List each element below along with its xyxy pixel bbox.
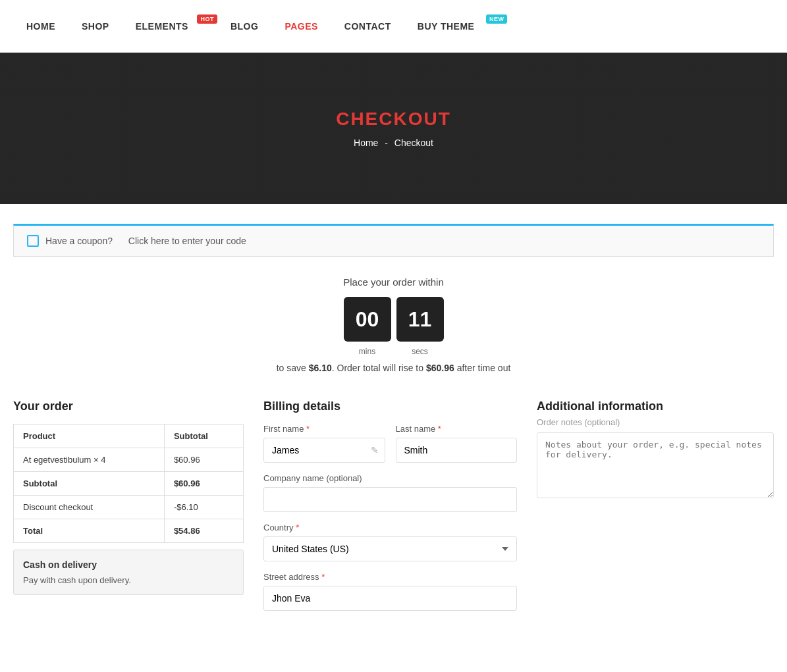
breadcrumb: Home - Checkout — [354, 138, 433, 148]
col-subtotal: Subtotal — [164, 425, 243, 448]
order-row-subtotal: $60.96 — [164, 448, 243, 472]
col-product: Product — [14, 425, 165, 448]
country-select[interactable]: United States (US) — [263, 536, 517, 561]
street-label: Street address * — [263, 572, 517, 582]
street-required: * — [321, 572, 325, 582]
first-name-wrapper: ✎ — [263, 438, 385, 463]
nav-home[interactable]: HOME — [26, 21, 55, 32]
first-name-input[interactable] — [263, 438, 385, 463]
nav-blog[interactable]: BLOG — [231, 21, 258, 32]
timer-section: Place your order within 00 11 mins secs … — [0, 257, 787, 380]
your-order-section: Your order Product Subtotal At egetvesti… — [13, 400, 244, 595]
order-notes-textarea[interactable] — [537, 432, 774, 498]
company-group: Company name (optional) — [263, 473, 517, 512]
payment-title: Cash on delivery — [23, 559, 234, 570]
buytheme-badge: New — [486, 14, 508, 24]
last-name-group: Last name * — [396, 424, 518, 463]
first-name-icon: ✎ — [371, 445, 379, 455]
order-row-product: At egetvestibulum × 4 — [14, 448, 165, 472]
main-content: Your order Product Subtotal At egetvesti… — [0, 380, 787, 641]
nav-shop[interactable]: SHOP — [82, 21, 109, 32]
order-row-product: Subtotal — [14, 472, 165, 496]
country-label: Country * — [263, 523, 517, 532]
company-input[interactable] — [263, 487, 517, 512]
order-row-subtotal: $60.96 — [164, 472, 243, 496]
timer-mins-label: mins — [344, 347, 391, 356]
elements-badge: Hot — [197, 14, 217, 24]
payment-box: Cash on delivery Pay with cash upon deli… — [13, 550, 244, 595]
table-row: At egetvestibulum × 4$60.96 — [14, 448, 244, 472]
order-notes-label: Order notes (optional) — [537, 417, 774, 427]
breadcrumb-current: Checkout — [394, 138, 433, 148]
navigation: HOME SHOP ELEMENTS Hot BLOG PAGES CONTAC… — [0, 0, 787, 53]
country-group: Country * United States (US) — [263, 523, 517, 561]
table-row: Subtotal$60.96 — [14, 472, 244, 496]
timer-rise-amount: $60.96 — [426, 363, 454, 373]
coupon-icon — [27, 235, 39, 247]
timer-save-amount: $6.10 — [309, 363, 332, 373]
breadcrumb-home[interactable]: Home — [354, 138, 378, 148]
last-name-input[interactable] — [396, 438, 518, 463]
payment-description: Pay with cash upon delivery. — [23, 575, 234, 585]
order-row-subtotal: -$6.10 — [164, 496, 243, 519]
company-label: Company name (optional) — [263, 473, 517, 483]
timer-units: mins secs — [0, 347, 787, 356]
table-row: Total$54.86 — [14, 519, 244, 543]
billing-section: Billing details First name * ✎ Last name… — [263, 400, 517, 621]
order-table: Product Subtotal At egetvestibulum × 4$6… — [13, 424, 244, 543]
nav-contact[interactable]: CONTACT — [344, 21, 391, 32]
nav-buytheme[interactable]: BUY THEME New — [418, 21, 493, 32]
order-row-subtotal: $54.86 — [164, 519, 243, 543]
timer-save-text: to save $6.10. Order total will rise to … — [0, 363, 787, 373]
breadcrumb-separator: - — [385, 138, 388, 148]
timer-secs: 11 — [396, 297, 444, 342]
table-row: Discount checkout-$6.10 — [14, 496, 244, 519]
last-name-required: * — [438, 424, 441, 434]
coupon-link[interactable]: Click here to enter your code — [128, 236, 246, 246]
order-row-product: Discount checkout — [14, 496, 165, 519]
order-row-product: Total — [14, 519, 165, 543]
coupon-text: Have a coupon? — [45, 236, 113, 246]
hero-title: CHECKOUT — [336, 109, 451, 130]
street-input[interactable] — [263, 586, 517, 611]
timer-secs-label: secs — [396, 347, 444, 356]
country-required: * — [296, 523, 299, 532]
last-name-label: Last name * — [396, 424, 518, 434]
street-group: Street address * — [263, 572, 517, 611]
timer-mins: 00 — [344, 297, 391, 342]
name-row: First name * ✎ Last name * — [263, 424, 517, 463]
additional-info-section: Additional information Order notes (opti… — [537, 400, 774, 500]
nav-pages[interactable]: PAGES — [285, 21, 317, 32]
first-name-group: First name * ✎ — [263, 424, 385, 463]
coupon-bar: Have a coupon? Click here to enter your … — [13, 224, 774, 257]
hero-banner: CHECKOUT Home - Checkout — [0, 53, 787, 204]
nav-elements[interactable]: ELEMENTS Hot — [136, 21, 204, 32]
timer-label: Place your order within — [0, 276, 787, 288]
timer-boxes: 00 11 — [0, 297, 787, 342]
additional-title: Additional information — [537, 400, 774, 413]
your-order-title: Your order — [13, 400, 244, 413]
first-name-label: First name * — [263, 424, 385, 434]
billing-title: Billing details — [263, 400, 517, 413]
first-name-required: * — [306, 424, 310, 434]
